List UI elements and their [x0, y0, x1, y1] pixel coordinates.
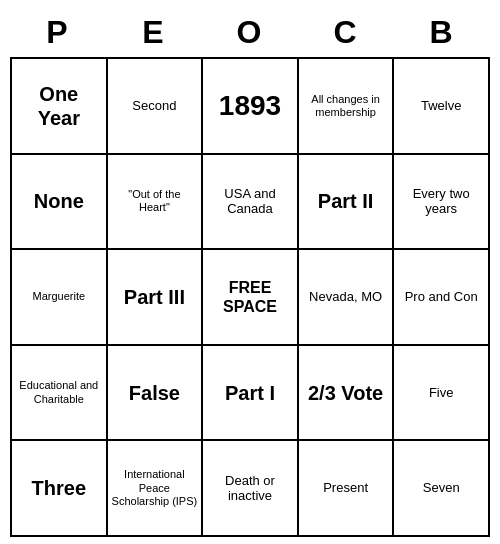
bingo-cell: One Year: [12, 59, 108, 155]
header-cell: C: [298, 7, 394, 57]
bingo-cell: Part I: [203, 346, 299, 442]
bingo-cell: Death or inactive: [203, 441, 299, 537]
bingo-cell: 2/3 Vote: [299, 346, 395, 442]
bingo-cell: International Peace Scholarship (IPS): [108, 441, 204, 537]
bingo-cell: Second: [108, 59, 204, 155]
header-cell: E: [106, 7, 202, 57]
bingo-header: PEOCB: [10, 7, 490, 57]
bingo-cell: "Out of the Heart": [108, 155, 204, 251]
bingo-board: PEOCB One YearSecond1893All changes in m…: [10, 7, 490, 537]
bingo-cell: False: [108, 346, 204, 442]
bingo-cell: None: [12, 155, 108, 251]
bingo-cell: 1893: [203, 59, 299, 155]
bingo-cell: Educational and Charitable: [12, 346, 108, 442]
header-cell: P: [10, 7, 106, 57]
bingo-cell: USA and Canada: [203, 155, 299, 251]
bingo-cell: Five: [394, 346, 490, 442]
bingo-cell: Seven: [394, 441, 490, 537]
bingo-cell: All changes in membership: [299, 59, 395, 155]
bingo-grid: One YearSecond1893All changes in members…: [10, 57, 490, 537]
bingo-cell: Part II: [299, 155, 395, 251]
bingo-cell: Three: [12, 441, 108, 537]
bingo-cell: Every two years: [394, 155, 490, 251]
bingo-cell: Pro and Con: [394, 250, 490, 346]
header-cell: B: [394, 7, 490, 57]
bingo-cell: Present: [299, 441, 395, 537]
bingo-cell: FREE SPACE: [203, 250, 299, 346]
bingo-cell: Marguerite: [12, 250, 108, 346]
bingo-cell: Nevada, MO: [299, 250, 395, 346]
bingo-cell: Part III: [108, 250, 204, 346]
bingo-cell: Twelve: [394, 59, 490, 155]
header-cell: O: [202, 7, 298, 57]
